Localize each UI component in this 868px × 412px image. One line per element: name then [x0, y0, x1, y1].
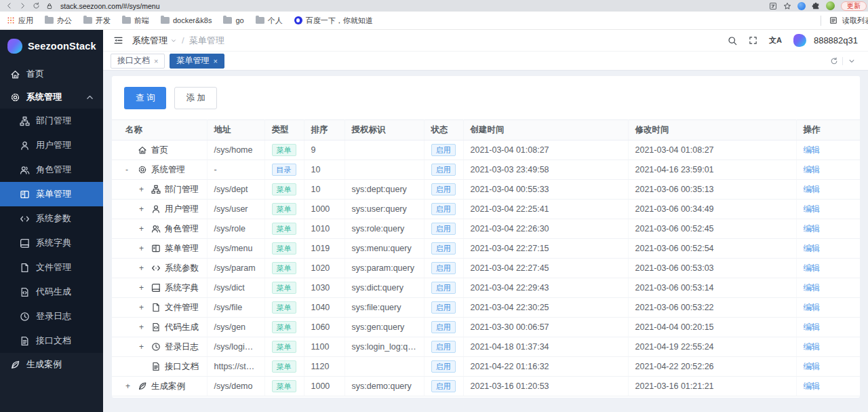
bookmark-apps[interactable]: 应用	[7, 16, 33, 26]
expand-toggle[interactable]: +	[125, 381, 138, 391]
puzzle-icon[interactable]	[812, 2, 820, 10]
bookmark-folder[interactable]: 前端	[122, 16, 149, 26]
type-tag: 菜单	[272, 183, 296, 195]
translate-icon[interactable]: 文A	[769, 35, 782, 45]
status-badge: 启用	[431, 223, 456, 235]
sidebar-item-demo[interactable]: 生成案例	[0, 353, 103, 376]
folder-icon	[83, 17, 92, 24]
type-tag: 菜单	[272, 380, 296, 392]
sidebar-item-system[interactable]: 系统管理	[0, 86, 103, 109]
doc-icon	[151, 362, 161, 371]
back-icon[interactable]	[5, 2, 13, 10]
query-button[interactable]: 查 询	[124, 87, 166, 109]
reload-icon[interactable]	[33, 2, 40, 10]
expand-toggle[interactable]: +	[139, 342, 151, 352]
translate-page-icon[interactable]	[769, 2, 777, 10]
file-icon	[20, 263, 30, 273]
add-button[interactable]: 添 加	[174, 87, 216, 109]
edit-link[interactable]: 编辑	[804, 342, 821, 352]
edit-link[interactable]: 编辑	[804, 244, 821, 253]
chevron-up-icon	[85, 92, 95, 102]
url-bar[interactable]: stack.seezoon.com/#/sys/menu	[60, 2, 159, 10]
breadcrumb-parent[interactable]: 系统管理	[132, 35, 177, 47]
bookmark-folder[interactable]: docker&k8s	[161, 16, 212, 24]
edit-link[interactable]: 编辑	[804, 283, 821, 293]
edit-link[interactable]: 编辑	[804, 303, 821, 312]
page-content: 查 询 添 加 名称 地址 类型 排序 授权标识 状态 创建时间	[103, 71, 868, 412]
table-header-row: 名称 地址 类型 排序 授权标识 状态 创建时间 修改时间 操作	[112, 120, 860, 141]
type-tag: 菜单	[272, 301, 296, 314]
bookmark-folder[interactable]: go	[223, 16, 243, 24]
edit-link[interactable]: 编辑	[804, 322, 821, 332]
dict-icon	[151, 283, 161, 293]
sidebar-item-home[interactable]: 首页	[0, 62, 103, 86]
tab-menu[interactable]: 菜单管理 ×	[170, 54, 224, 69]
reading-list-button[interactable]: 读取列表	[821, 16, 868, 26]
search-icon[interactable]	[728, 36, 737, 45]
edit-link[interactable]: 编辑	[804, 204, 821, 214]
expand-toggle[interactable]: +	[139, 224, 151, 233]
close-icon[interactable]: ×	[213, 57, 217, 65]
sidebar-item-dept[interactable]: 部门管理	[0, 109, 103, 133]
expand-toggle[interactable]: +	[139, 263, 151, 273]
dict-icon	[20, 238, 30, 248]
edit-link[interactable]: 编辑	[804, 263, 821, 273]
expand-toggle[interactable]: +	[139, 303, 151, 312]
folder-icon	[256, 17, 264, 24]
edit-link[interactable]: 编辑	[804, 145, 821, 155]
close-icon[interactable]: ×	[154, 57, 158, 65]
table-row: +系统参数 /sys/param 菜单 1020 sys:param:query…	[112, 259, 860, 278]
status-badge: 启用	[431, 282, 456, 294]
sidebar-item-file[interactable]: 文件管理	[0, 255, 103, 280]
sidebar-fold-icon[interactable]	[113, 35, 123, 45]
table-row: +部门管理 /sys/dept 菜单 10 sys:dept:query 启用 …	[112, 180, 860, 200]
params-icon	[20, 214, 30, 224]
app-brand: SeezoonStack	[0, 30, 103, 62]
collapse-toggle[interactable]: -	[125, 165, 138, 174]
clock-icon	[151, 342, 161, 352]
sidebar-item-param[interactable]: 系统参数	[0, 206, 103, 231]
sidebar-item-user[interactable]: 用户管理	[0, 133, 103, 157]
status-badge: 启用	[431, 262, 456, 274]
expand-toggle[interactable]: +	[139, 283, 151, 293]
profile-avatar[interactable]	[826, 1, 835, 10]
username[interactable]: 888882q31	[814, 35, 858, 45]
sidebar-item-role[interactable]: 角色管理	[0, 157, 103, 182]
chevron-down-icon[interactable]	[843, 57, 861, 65]
expand-toggle[interactable]: +	[139, 244, 151, 253]
home-icon	[138, 145, 147, 155]
bookmark-folder[interactable]: 个人	[256, 16, 283, 26]
expand-toggle[interactable]: +	[139, 185, 151, 194]
type-tag: 菜单	[272, 262, 296, 274]
edit-link[interactable]: 编辑	[804, 224, 821, 233]
edit-link[interactable]: 编辑	[804, 185, 821, 194]
sidebar-item-gen[interactable]: 代码生成	[0, 280, 103, 304]
bookmark-folder[interactable]: 办公	[45, 16, 72, 26]
user-avatar[interactable]	[793, 34, 806, 47]
fullscreen-icon[interactable]	[749, 36, 757, 45]
expand-toggle[interactable]: +	[139, 204, 151, 214]
edit-link[interactable]: 编辑	[804, 381, 821, 391]
users-icon	[151, 224, 161, 233]
update-button[interactable]: 更新	[841, 1, 867, 11]
star-icon[interactable]	[783, 2, 791, 10]
sidebar-item-loginlog[interactable]: 登录日志	[0, 304, 103, 329]
type-tag: 菜单	[272, 242, 296, 255]
bookmark-baidu[interactable]: 百度一下，你就知道	[294, 16, 373, 26]
bookmark-folder[interactable]: 开发	[83, 16, 111, 26]
extension-icon[interactable]	[797, 2, 806, 10]
table-row: +用户管理 /sys/user 菜单 1000 sys:user:query 启…	[112, 200, 860, 219]
tab-apidoc[interactable]: 接口文档 ×	[111, 54, 165, 69]
edit-link[interactable]: 编辑	[804, 165, 821, 174]
forward-icon[interactable]	[19, 2, 26, 10]
sidebar-item-dict[interactable]: 系统字典	[0, 231, 103, 255]
refresh-icon[interactable]	[825, 57, 843, 65]
user-icon	[151, 204, 161, 214]
type-tag: 菜单	[272, 341, 296, 353]
sidebar-item-apidoc[interactable]: 接口文档	[0, 329, 103, 353]
code-icon	[20, 287, 30, 297]
expand-toggle[interactable]: +	[139, 322, 151, 332]
edit-link[interactable]: 编辑	[804, 362, 821, 371]
sidebar-item-menu[interactable]: 菜单管理	[0, 182, 103, 206]
table-row: +代码生成 /sys/gen 菜单 1060 sys:gen:query 启用 …	[112, 318, 860, 337]
